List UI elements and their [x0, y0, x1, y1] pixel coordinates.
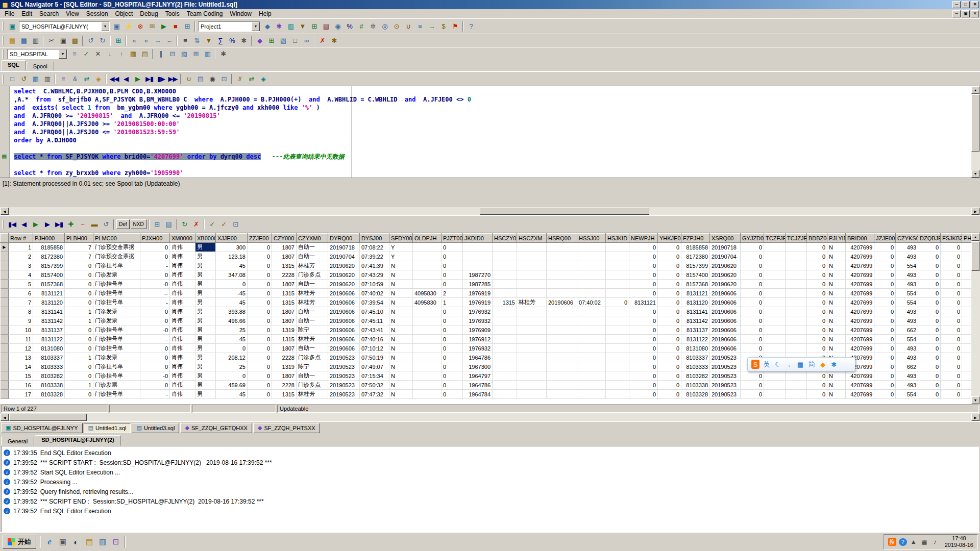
- cell-oldpjh[interactable]: [413, 390, 442, 399]
- column-header-hssj00[interactable]: HSSJ00: [577, 234, 606, 243]
- kill-session-icon[interactable]: ⊗: [134, 21, 146, 32]
- scroll-up-icon[interactable]: ▲: [971, 86, 979, 94]
- cell-bdbz00[interactable]: 0: [807, 316, 827, 325]
- cell-dysj00[interactable]: 07:49:07: [360, 362, 389, 371]
- cell-xsrq00[interactable]: 20190606: [710, 298, 741, 307]
- cell-hsczxm[interactable]: [517, 390, 547, 399]
- table-row[interactable]: 781311200门诊挂号单-肖伟男4501315林桂芳2019060607:3…: [1, 298, 980, 307]
- cell-jzje00[interactable]: 0: [874, 270, 896, 280]
- cell-newpjh[interactable]: 0: [629, 335, 658, 344]
- wizard-icon[interactable]: ✱: [273, 21, 285, 32]
- cell-dzqbje[interactable]: 0: [918, 243, 941, 252]
- exec-step-icon[interactable]: ▮▶: [155, 73, 167, 85]
- table-row[interactable]: 581573680门诊挂号单-0肖伟男001807自助一2019062007:1…: [1, 280, 980, 289]
- menu-item-team-coding[interactable]: Team Coding: [183, 10, 227, 18]
- menu-item-window[interactable]: Window: [226, 10, 255, 18]
- db-import-icon[interactable]: ▤: [139, 48, 151, 60]
- cell-czyks0[interactable]: 493: [896, 381, 918, 390]
- cell-plbh00[interactable]: 0: [65, 298, 93, 307]
- menu-item-help[interactable]: Help: [255, 10, 275, 18]
- cell-oldpjh[interactable]: [413, 353, 442, 362]
- percent-calc-icon[interactable]: %: [226, 35, 238, 46]
- cell-tczfje[interactable]: [764, 390, 786, 399]
- cell-oldpjh[interactable]: 4095830: [413, 298, 442, 307]
- cell-hsczxm[interactable]: [517, 261, 547, 270]
- cell-newpjh[interactable]: 0: [629, 307, 658, 316]
- cell-pjh000[interactable]: 8131141: [33, 307, 65, 316]
- new-doc-icon[interactable]: □: [6, 73, 18, 85]
- cell-fzpjh0[interactable]: 8131137: [681, 325, 710, 335]
- ie-icon[interactable]: e: [43, 535, 56, 548]
- cell-pjlyid[interactable]: N: [827, 252, 846, 261]
- cell-oldpjh[interactable]: [413, 344, 442, 353]
- cell-pjh000[interactable]: 8131080: [33, 344, 65, 353]
- cell-dysj00[interactable]: 07:50:19: [360, 353, 389, 362]
- cell-hsczy0[interactable]: [493, 270, 517, 280]
- bookmark-icon[interactable]: ▦: [2, 153, 7, 160]
- session-window-icon[interactable]: ▣: [6, 21, 18, 32]
- cell-pjzt00[interactable]: 0: [442, 261, 463, 270]
- swap-icon[interactable]: ⇄: [246, 73, 257, 85]
- cell-xsrq00[interactable]: 20190606: [710, 335, 741, 344]
- column-header-yhkje0[interactable]: YHKJE0: [658, 234, 681, 243]
- row-marker[interactable]: [1, 289, 9, 298]
- cell-dyrq00[interactable]: 20190523: [328, 353, 360, 362]
- new-table-icon[interactable]: ⊞: [308, 21, 320, 32]
- cell-dysj00[interactable]: 07:08:22: [360, 243, 389, 252]
- cell-xsrq00[interactable]: 20190704: [710, 252, 741, 261]
- exec-to-cursor-icon[interactable]: ▶▮: [143, 73, 155, 85]
- column-header-xsrq00[interactable]: XSRQ00: [710, 234, 741, 243]
- cell-czyxm0[interactable]: 林桂芳: [297, 335, 328, 344]
- keyboard-tray-icon[interactable]: ▦: [920, 538, 928, 546]
- cell-czy000[interactable]: 2228: [272, 381, 297, 390]
- cell-pjh000[interactable]: 8103328: [33, 390, 65, 399]
- cell-sfdy00[interactable]: N: [389, 344, 413, 353]
- cell-fzpjh0[interactable]: 8157368: [681, 280, 710, 289]
- cell-dzqbje[interactable]: 0: [918, 307, 941, 316]
- cell-hssj00[interactable]: [577, 371, 606, 381]
- cell-row[interactable]: 5: [9, 280, 33, 289]
- cell-gyjzd0[interactable]: 0: [741, 344, 764, 353]
- cell-hsjkid[interactable]: [606, 325, 629, 335]
- cell-brid00[interactable]: 4207699: [846, 280, 874, 289]
- cell-plbh00[interactable]: 1: [65, 316, 93, 325]
- cell-oldpjh[interactable]: 4095830: [413, 289, 442, 298]
- cell-pjlyid[interactable]: N: [827, 316, 846, 325]
- cell-jzje00[interactable]: 0: [874, 243, 896, 252]
- cell-tcjzje[interactable]: [786, 325, 807, 335]
- cell-oldpjh[interactable]: [413, 316, 442, 325]
- cell-hsrq00[interactable]: 20190606: [547, 298, 577, 307]
- cell-dzqbje[interactable]: 0: [918, 335, 941, 344]
- cell-hsczxm[interactable]: [517, 325, 547, 335]
- cell-plmc00[interactable]: 门诊挂号单: [93, 325, 140, 335]
- cell-plbh00[interactable]: 7: [65, 243, 93, 252]
- cell-zzje00[interactable]: 0: [248, 316, 272, 325]
- cell-tcjzje[interactable]: [786, 270, 807, 280]
- cell-yhkje0[interactable]: 0: [658, 390, 681, 399]
- cell-czyks0[interactable]: 493: [896, 252, 918, 261]
- toolbar-grip[interactable]: [2, 22, 4, 31]
- cell-hssj00[interactable]: [577, 344, 606, 353]
- cell-hsjkid[interactable]: [606, 243, 629, 252]
- cell-pjlyid[interactable]: N: [827, 243, 846, 252]
- cell-brid00[interactable]: 4207699: [846, 298, 874, 307]
- row-marker[interactable]: [1, 298, 9, 307]
- shop-bag-icon[interactable]: ◆: [819, 360, 827, 369]
- cell-hsczy0[interactable]: [493, 243, 517, 252]
- split-icon[interactable]: ∥: [155, 48, 166, 60]
- cell-xjje00[interactable]: 123.18: [216, 252, 248, 261]
- cell-pjxh00[interactable]: 0: [140, 243, 170, 252]
- cell-hsjkid[interactable]: [606, 381, 629, 390]
- cell-pjxh00[interactable]: -: [140, 335, 170, 344]
- cell-hsjkid[interactable]: [606, 344, 629, 353]
- cell-hsjkid[interactable]: [606, 362, 629, 371]
- cell-czyks0[interactable]: 554: [896, 335, 918, 344]
- commit-icon[interactable]: ✓: [206, 219, 218, 230]
- cell-brid00[interactable]: 4207699: [846, 344, 874, 353]
- cell-bdbz00[interactable]: 0: [807, 298, 827, 307]
- cell-jkdid0[interactable]: 1976919: [463, 298, 493, 307]
- cell-pjxh00[interactable]: 0: [140, 270, 170, 280]
- windows-icon[interactable]: ⊟: [166, 48, 178, 60]
- cell-zzje00[interactable]: 0: [248, 289, 272, 298]
- cell-dyrq00[interactable]: 20190606: [328, 298, 360, 307]
